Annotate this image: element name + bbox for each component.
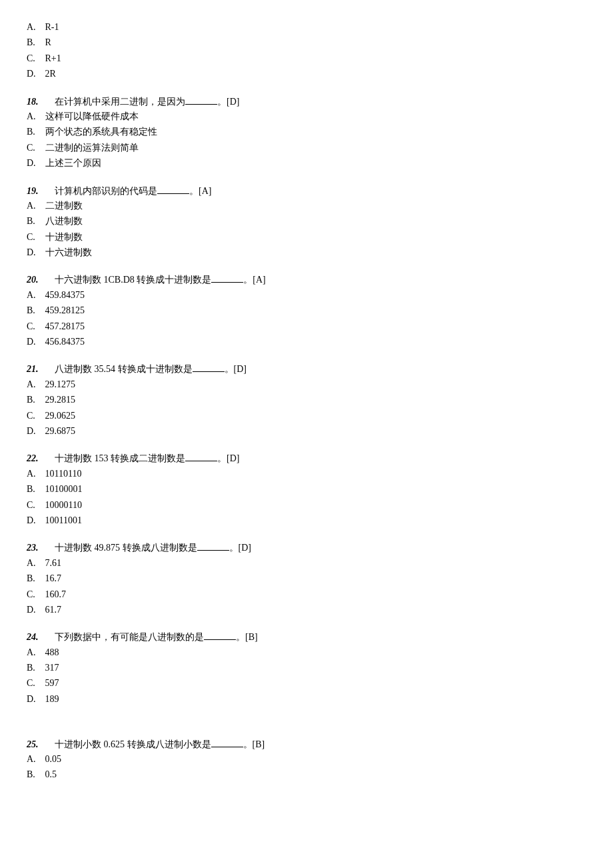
choice-d: D. 上述三个原因 [27, 156, 586, 171]
question-23: 23. 十进制数 49.875 转换成八进制数是。[D] A. 7.61 B. … [27, 541, 586, 618]
choice-text: 10011001 [45, 515, 82, 525]
choice-text: 456.84375 [45, 337, 85, 347]
choice-letter: D. [27, 692, 43, 707]
choice-letter: D. [27, 156, 43, 171]
choice-letter: C. [27, 141, 43, 155]
choice-text: 0.05 [45, 754, 62, 764]
choice-d: D. 十六进制数 [27, 245, 586, 261]
question-stem: 21. 八进制数 35.54 转换成十进制数是。[D] [27, 362, 586, 377]
question-text-before: 十进制小数 0.625 转换成八进制小数是 [55, 739, 211, 749]
choice-letter: B. [27, 303, 43, 318]
choice-text: 457.28175 [45, 321, 85, 331]
question-22: 22. 十进制数 153 转换成二进制数是。[D] A. 10110110 B.… [27, 451, 586, 529]
question-text-after: 。[A] [189, 186, 211, 196]
choice-letter: D. [27, 67, 43, 81]
choice-text: 二进制的运算法则简单 [45, 143, 139, 153]
question-stem: 18. 在计算机中采用二进制，是因为。[D] [27, 95, 586, 109]
question-stem: 22. 十进制数 153 转换成二进制数是。[D] [27, 451, 586, 466]
choice-text: 16.7 [45, 573, 62, 583]
choice-b: B. 两个状态的系统具有稳定性 [27, 125, 586, 140]
choice-c: C. 二进制的运算法则简单 [27, 141, 586, 156]
choice-d: D. 189 [27, 692, 586, 707]
blank [185, 451, 217, 461]
choice-text: 两个状态的系统具有稳定性 [45, 127, 157, 137]
choice-letter: D. [27, 513, 43, 528]
document-page: A. R-1 B. R C. R+1 D. 2R 18. 在计算机中采用二进制，… [0, 0, 613, 806]
choice-letter: C. [27, 51, 43, 66]
choice-d: D. 456.84375 [27, 335, 586, 350]
choice-text: 这样可以降低硬件成本 [45, 111, 139, 121]
question-text-before: 计算机内部识别的代码是 [55, 186, 157, 196]
choice-text: 597 [45, 678, 59, 688]
blank [193, 362, 225, 372]
choice-c: C. 457.28175 [27, 319, 586, 335]
choice-letter: D. [27, 245, 43, 260]
choice-a: A. 二进制数 [27, 199, 586, 214]
choice-text: 61.7 [45, 605, 62, 615]
choice-text: 160.7 [45, 589, 67, 599]
choice-letter: A. [27, 467, 43, 481]
choice-letter: B. [27, 393, 43, 407]
choice-b: B. 16.7 [27, 571, 586, 587]
choice-b: B. R [27, 35, 586, 51]
choice-letter: A. [27, 199, 43, 213]
choice-text: 10000110 [45, 500, 82, 510]
choice-a: A. 这样可以降低硬件成本 [27, 109, 586, 125]
question-number: 19. [27, 184, 45, 199]
choice-text: 二进制数 [45, 201, 83, 211]
question-text-after: 。[D] [229, 543, 251, 553]
question-19: 19. 计算机内部识别的代码是。[A] A. 二进制数 B. 八进制数 C. 十… [27, 184, 586, 261]
choice-a: A. 7.61 [27, 556, 586, 571]
question-stem: 25. 十进制小数 0.625 转换成八进制小数是。[B] [27, 737, 586, 752]
choice-text: 459.84375 [45, 290, 85, 300]
choice-text: 10100001 [45, 484, 83, 494]
choice-a: A. 488 [27, 645, 586, 661]
choice-c: C. 597 [27, 676, 586, 691]
question-text-before: 十进制数 153 转换成二进制数是 [55, 453, 185, 463]
choice-letter: B. [27, 482, 43, 497]
choice-text: 十六进制数 [45, 247, 92, 257]
choice-letter: B. [27, 767, 43, 782]
choice-text: 八进制数 [45, 216, 83, 226]
choice-letter: A. [27, 20, 43, 35]
choice-letter: A. [27, 288, 43, 303]
question-text-after: 。[D] [225, 364, 247, 374]
choice-text: 29.1275 [45, 379, 76, 389]
choice-d: D. 61.7 [27, 603, 586, 618]
choice-letter: B. [27, 125, 43, 139]
choice-letter: C. [27, 230, 43, 245]
question-21: 21. 八进制数 35.54 转换成十进制数是。[D] A. 29.1275 B… [27, 362, 586, 439]
question-text-before: 下列数据中，有可能是八进制数的是 [55, 632, 204, 642]
question-stem: 19. 计算机内部识别的代码是。[A] [27, 184, 586, 199]
choice-a: A. R-1 [27, 20, 586, 35]
choice-letter: C. [27, 409, 43, 423]
choice-text: 29.0625 [45, 411, 76, 421]
choice-letter: B. [27, 214, 43, 229]
question-text-before: 十进制数 49.875 转换成八进制数是 [55, 543, 197, 553]
choice-b: B. 八进制数 [27, 214, 586, 229]
choice-b: B. 0.5 [27, 767, 586, 783]
choice-b: B. 317 [27, 661, 586, 676]
choice-c: C. 160.7 [27, 587, 586, 603]
blank [211, 273, 243, 283]
question-text-after: 。[D] [217, 453, 239, 463]
choice-letter: C. [27, 319, 43, 334]
question-number: 22. [27, 451, 45, 466]
choice-text: 29.6875 [45, 426, 76, 436]
choice-text: 317 [45, 663, 59, 673]
blank [185, 95, 217, 105]
blank [197, 541, 229, 551]
choice-text: 7.61 [45, 558, 62, 568]
question-text-after: 。[D] [217, 97, 239, 107]
question-text-after: 。[A] [243, 275, 265, 285]
choice-letter: B. [27, 571, 43, 586]
choice-text: R+1 [45, 53, 61, 63]
choice-letter: B. [27, 35, 43, 50]
choice-letter: D. [27, 335, 43, 349]
choice-text: R [45, 37, 51, 47]
question-18: 18. 在计算机中采用二进制，是因为。[D] A. 这样可以降低硬件成本 B. … [27, 95, 586, 172]
choice-letter: A. [27, 377, 43, 392]
question-25: 25. 十进制小数 0.625 转换成八进制小数是。[B] A. 0.05 B.… [27, 737, 586, 783]
question-text-before: 八进制数 35.54 转换成十进制数是 [55, 364, 193, 374]
question-stem: 20. 十六进制数 1CB.D8 转换成十进制数是。[A] [27, 273, 586, 287]
